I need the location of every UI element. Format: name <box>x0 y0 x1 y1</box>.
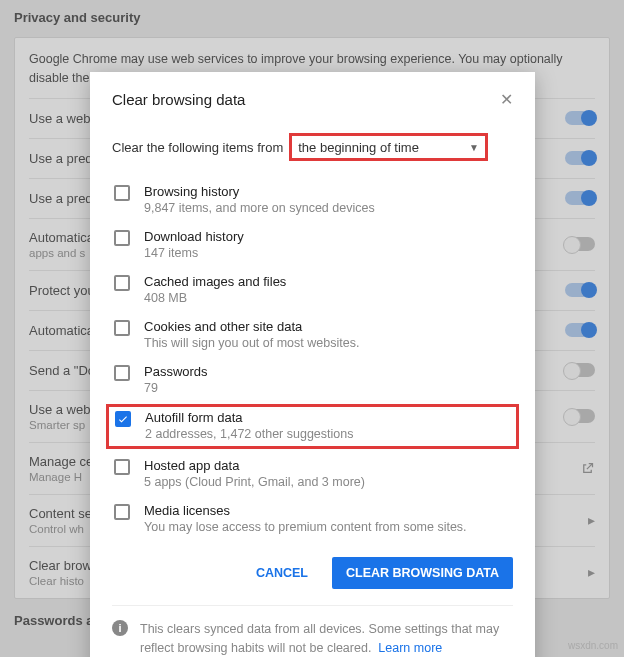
option-sublabel: 5 apps (Cloud Print, Gmail, and 3 more) <box>144 475 365 489</box>
toggle-switch[interactable] <box>565 191 595 205</box>
toggle-switch[interactable] <box>565 111 595 125</box>
learn-more-link[interactable]: Learn more <box>378 641 442 655</box>
option-label: Browsing history <box>144 184 375 199</box>
option-row: Download history147 items <box>112 222 513 267</box>
chevron-right-icon: ▸ <box>588 512 595 528</box>
option-sublabel: 79 <box>144 381 208 395</box>
option-sublabel: 147 items <box>144 246 244 260</box>
option-label: Cached images and files <box>144 274 286 289</box>
close-icon[interactable]: ✕ <box>500 90 513 109</box>
option-row: Hosted app data5 apps (Cloud Print, Gmai… <box>112 451 513 496</box>
checkbox[interactable] <box>114 504 130 520</box>
clear-data-button[interactable]: CLEAR BROWSING DATA <box>332 557 513 589</box>
option-row: Cached images and files408 MB <box>112 267 513 312</box>
checkbox[interactable] <box>114 275 130 291</box>
checkbox[interactable] <box>114 459 130 475</box>
watermark: wsxdn.com <box>568 640 618 651</box>
external-link-icon[interactable] <box>579 460 595 476</box>
option-sublabel: This will sign you out of most websites. <box>144 336 359 350</box>
toggle-switch[interactable] <box>565 363 595 377</box>
clear-browsing-dialog: Clear browsing data ✕ Clear the followin… <box>90 72 535 657</box>
info-icon: i <box>112 620 128 636</box>
option-label: Autofill form data <box>145 410 353 425</box>
option-label: Hosted app data <box>144 458 365 473</box>
cancel-button[interactable]: CANCEL <box>242 557 322 589</box>
checkbox[interactable] <box>115 411 131 427</box>
option-sublabel: 9,847 items, and more on synced devices <box>144 201 375 215</box>
time-range-select[interactable]: the beginning of time ▼ <box>289 133 488 161</box>
checkbox[interactable] <box>114 365 130 381</box>
option-label: Media licenses <box>144 503 467 518</box>
checkbox[interactable] <box>114 320 130 336</box>
option-row: Autofill form data2 addresses, 1,472 oth… <box>106 404 519 449</box>
checkbox[interactable] <box>114 230 130 246</box>
section-title: Privacy and security <box>14 10 610 25</box>
toggle-switch[interactable] <box>565 283 595 297</box>
option-row: Browsing history9,847 items, and more on… <box>112 177 513 222</box>
option-label: Passwords <box>144 364 208 379</box>
time-range-label: Clear the following items from <box>112 140 283 155</box>
checkbox[interactable] <box>114 185 130 201</box>
option-sublabel: 2 addresses, 1,472 other suggestions <box>145 427 353 441</box>
dialog-title: Clear browsing data <box>112 91 245 108</box>
option-row: Passwords79 <box>112 357 513 402</box>
option-sublabel: You may lose access to premium content f… <box>144 520 467 534</box>
option-sublabel: 408 MB <box>144 291 286 305</box>
toggle-switch[interactable] <box>565 237 595 251</box>
option-label: Download history <box>144 229 244 244</box>
toggle-switch[interactable] <box>565 151 595 165</box>
toggle-switch[interactable] <box>565 323 595 337</box>
chevron-right-icon: ▸ <box>588 564 595 580</box>
option-label: Cookies and other site data <box>144 319 359 334</box>
footnote-text: This clears synced data from all devices… <box>140 620 513 657</box>
chevron-down-icon: ▼ <box>469 142 479 153</box>
option-row: Media licensesYou may lose access to pre… <box>112 496 513 541</box>
option-row: Cookies and other site dataThis will sig… <box>112 312 513 357</box>
toggle-switch[interactable] <box>565 409 595 423</box>
